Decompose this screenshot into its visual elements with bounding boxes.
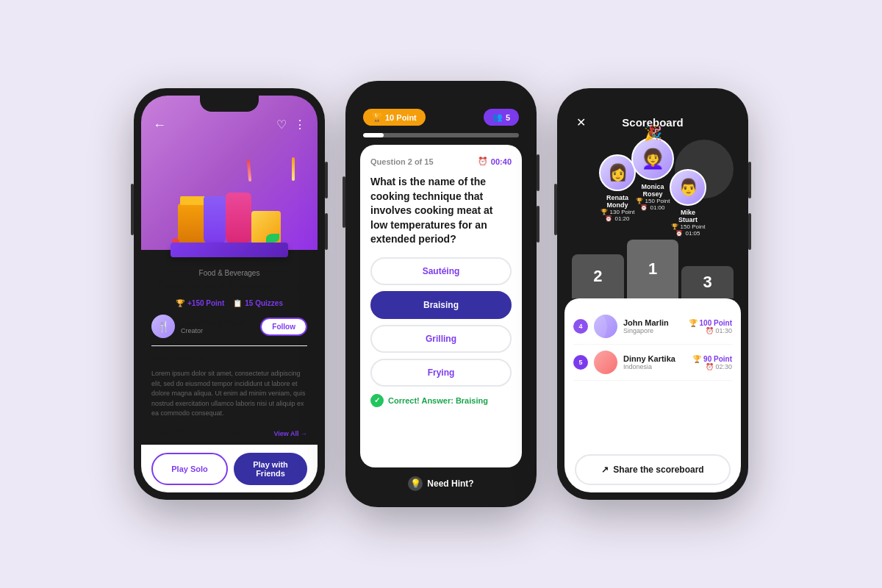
player3-avatar: 👨 bbox=[670, 169, 706, 206]
course-title: Cuisine and Culinary Arts bbox=[151, 280, 307, 293]
player3-stats: 🏆 150 Point bbox=[671, 223, 706, 230]
clock-icon: ⏰ bbox=[478, 157, 488, 166]
player2-time-val: 01:20 bbox=[614, 215, 629, 222]
players-icon: 👥 bbox=[492, 112, 503, 122]
player2-name: RenataMondy bbox=[606, 194, 628, 209]
score-time-5: ⏰ 02:30 bbox=[692, 363, 732, 370]
phone1-screen: ← ♡ ⋮ bbox=[141, 96, 318, 492]
podium-block-2: 2 bbox=[572, 254, 624, 298]
trophy-icon: 🏆 bbox=[176, 299, 184, 307]
podium-player-2: 👩 RenataMondy 🏆 130 Point ⏰ 01:20 bbox=[599, 154, 636, 222]
check-icon: ✓ bbox=[370, 394, 384, 407]
side-button-top3 bbox=[748, 162, 751, 198]
podium-block-3: 3 bbox=[681, 266, 734, 298]
podium-blocks: 2 1 3 bbox=[572, 240, 734, 298]
trophy-icon4: 🏆 bbox=[636, 198, 643, 204]
points-value: +150 Point bbox=[187, 299, 224, 307]
player1-points: 150 Point bbox=[645, 198, 670, 204]
left-side-button2 bbox=[343, 176, 345, 228]
hint-label[interactable]: Need Hint? bbox=[427, 478, 473, 489]
course-stats: 🏆 +150 Point 📋 15 Quizzes bbox=[151, 299, 307, 307]
player1-avatar: 👩‍🦱 bbox=[631, 137, 674, 180]
timer-value: 00:40 bbox=[491, 157, 512, 166]
clock-icon4: ⏰ bbox=[675, 230, 683, 237]
question-meta: Question 2 of 15 ⏰ 00:40 bbox=[370, 157, 512, 166]
player1-time: ⏰ 01:00 bbox=[640, 204, 664, 211]
creator-avatar: 🍴 bbox=[151, 315, 175, 338]
score-country-5: Indonesia bbox=[623, 363, 675, 370]
food-fries bbox=[178, 204, 207, 244]
header-actions: ♡ ⋮ bbox=[276, 118, 306, 132]
phone1: ← ♡ ⋮ bbox=[134, 88, 325, 500]
phones-container: ← ♡ ⋮ bbox=[134, 81, 748, 507]
crown-icon: 🎉 bbox=[644, 124, 662, 142]
course-category: Food & Beverages bbox=[151, 269, 307, 277]
score-stats-4: 🏆 100 Point ⏰ 01:30 bbox=[689, 319, 732, 334]
podium-player-3: 👨 MikeStuart 🏆 150 Point ⏰ 01:05 bbox=[670, 169, 706, 237]
notch2 bbox=[412, 88, 470, 104]
score-points-4: 🏆 100 Point bbox=[689, 319, 732, 327]
player2-avatar: 👩 bbox=[599, 154, 636, 191]
creator-name: TasteMade World bbox=[181, 318, 247, 327]
share-icon: ↗ bbox=[601, 465, 609, 475]
podium-players: 👩 RenataMondy 🏆 130 Point ⏰ 01:20 bbox=[572, 137, 734, 237]
answer-option-3[interactable]: Grilling bbox=[370, 325, 512, 353]
rank-5: 5 bbox=[573, 355, 588, 370]
player1-time-val: 01:00 bbox=[650, 204, 664, 211]
course-content: Food & Beverages Cuisine and Culinary Ar… bbox=[141, 257, 318, 445]
side-button-mid3 bbox=[748, 213, 751, 250]
score-points-5: 🏆 90 Point bbox=[692, 355, 732, 363]
share-button[interactable]: ↗ Share the scoreboard bbox=[575, 454, 731, 485]
course-footer: Play Solo Play with Friends bbox=[141, 445, 318, 492]
player3-time: ⏰ 01:05 bbox=[675, 230, 700, 237]
play-solo-button[interactable]: Play Solo bbox=[151, 453, 228, 485]
more-icon[interactable]: ⋮ bbox=[294, 118, 306, 132]
scoreboard-footer: ↗ Share the scoreboard bbox=[564, 447, 741, 492]
points-label: 10 Point bbox=[385, 113, 417, 122]
straw2 bbox=[292, 157, 295, 181]
food-cup2 bbox=[226, 193, 251, 244]
close-button[interactable]: ✕ bbox=[576, 115, 586, 129]
play-friends-button[interactable]: Play with Friends bbox=[234, 453, 307, 485]
question-text: What is the name of the cooking techniqu… bbox=[370, 175, 512, 247]
food-platform bbox=[171, 243, 288, 257]
answer-option-1[interactable]: Sautéing bbox=[370, 257, 512, 285]
stat-quizzes: 📋 15 Quizzes bbox=[233, 299, 283, 307]
answer-option-2[interactable]: Braising bbox=[370, 291, 512, 319]
description-text: Lorem ipsum dolor sit amet, consectetur … bbox=[151, 369, 307, 419]
score-country-4: Singapore bbox=[623, 327, 669, 334]
player3-points: 150 Point bbox=[681, 223, 706, 230]
clock-icon2: ⏰ bbox=[605, 215, 612, 222]
notch3 bbox=[623, 96, 682, 112]
player1-name: MonicaRosey bbox=[641, 183, 664, 198]
trophy-icon7: 🏆 bbox=[692, 355, 701, 363]
course-header: ← ♡ ⋮ bbox=[141, 96, 318, 250]
left-side-button bbox=[131, 184, 134, 235]
score-time-4: ⏰ 01:30 bbox=[689, 327, 732, 334]
heart-icon[interactable]: ♡ bbox=[276, 118, 287, 132]
correct-answer: ✓ Correct! Answer: Braising bbox=[370, 394, 512, 407]
food-illustration bbox=[156, 162, 303, 257]
phone2-screen: 🏆 10 Point 👥 5 Question 2 of 15 ⏰ 00:40 bbox=[353, 88, 529, 500]
phone3: ✕ Scoreboard 👩 RenataMondy 🏆 130 Point bbox=[557, 88, 748, 500]
follow-button[interactable]: Follow bbox=[260, 318, 307, 336]
players-count: 5 bbox=[506, 113, 510, 122]
podium-player-1: 🎉 👩‍🦱 MonicaRosey 🏆 150 Point ⏰ 01:00 bbox=[631, 137, 674, 211]
score-row-5: 5 Dinny Kartika Indonesia 🏆 90 Point ⏰ 0… bbox=[573, 345, 732, 381]
left-side-button3 bbox=[554, 184, 557, 235]
podium-area: 👩 RenataMondy 🏆 130 Point ⏰ 01:20 bbox=[564, 137, 741, 298]
clock-icon3: ⏰ bbox=[640, 204, 648, 211]
progress-fill bbox=[363, 133, 384, 137]
view-all-link[interactable]: View All → bbox=[273, 430, 307, 437]
quiz-card: Question 2 of 15 ⏰ 00:40 What is the nam… bbox=[360, 145, 522, 467]
side-button-mid2 bbox=[537, 206, 539, 243]
back-button[interactable]: ← bbox=[153, 118, 166, 133]
rankings-title: Top World Rankings bbox=[151, 426, 243, 437]
food-cup1 bbox=[204, 196, 226, 244]
answer-option-4[interactable]: Frying bbox=[370, 359, 512, 387]
player3-time-val: 01:05 bbox=[685, 230, 700, 237]
players-badge: 👥 5 bbox=[484, 109, 519, 126]
phone2: 🏆 10 Point 👥 5 Question 2 of 15 ⏰ 00:40 bbox=[345, 81, 537, 507]
stat-points: 🏆 +150 Point bbox=[176, 299, 224, 307]
trophy-icon5: 🏆 bbox=[671, 223, 678, 230]
